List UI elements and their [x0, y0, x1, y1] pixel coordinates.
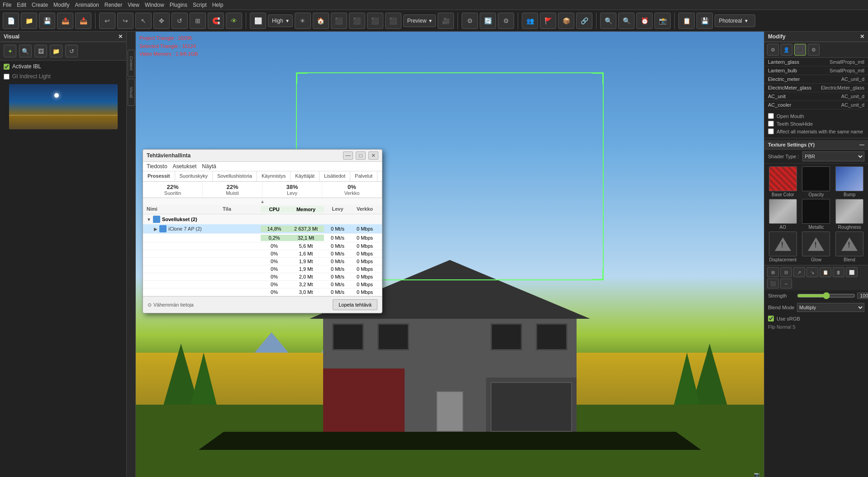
mat-row-1[interactable]: Lantern_bulb SmallProps_mtl	[764, 66, 868, 75]
process-row-iclone-2[interactable]: 0,2% 32,1 Mt 0 Mt/s 0 Mbps	[143, 234, 382, 242]
export-btn[interactable]: 📤	[57, 13, 73, 29]
teeth-checkbox[interactable]	[768, 121, 774, 127]
mat-row-2[interactable]: Electric_meter AC_unit_d	[764, 75, 868, 84]
camera-btn[interactable]: 🎥	[438, 13, 454, 29]
mt-btn-3[interactable]: ⬛	[794, 44, 806, 56]
menu-render[interactable]: Render	[105, 2, 122, 8]
tm-tab-startup[interactable]: Käynnistys	[257, 171, 291, 181]
tex-thumb-metallic[interactable]	[802, 199, 830, 224]
other-row-7[interactable]: 0% 3,0 Mt 0 Mt/s 0 Mbps	[143, 288, 382, 296]
menu-file[interactable]: File	[3, 2, 11, 8]
tex-tool-5[interactable]: 📋	[820, 267, 831, 277]
tex-tool-9[interactable]: ↔	[780, 279, 792, 288]
open-file-btn[interactable]: 📁	[21, 13, 37, 29]
vt-folder-btn[interactable]: 📁	[50, 45, 62, 57]
tm-tab-details[interactable]: Lisätiedot	[320, 171, 350, 181]
tb8[interactable]: 👥	[522, 13, 538, 29]
vt-image-btn[interactable]: 🖼	[34, 45, 47, 57]
col-memory[interactable]: Memory	[288, 206, 324, 213]
other-row-2[interactable]: 0% 1,6 Mt 0 Mt/s 0 Mbps	[143, 250, 382, 258]
shader-type-select[interactable]: PBR	[802, 151, 864, 161]
home-btn[interactable]: 🏠	[313, 13, 329, 29]
tex-tool-4[interactable]: ↘	[806, 267, 818, 277]
tb7[interactable]: ⚙	[498, 13, 514, 29]
srgb-checkbox[interactable]	[768, 316, 774, 321]
mat-row-3[interactable]: ElectricMeter_glass ElectricMeter_glass	[764, 84, 868, 92]
menu-help[interactable]: Help	[212, 2, 224, 8]
col-status[interactable]: Tila	[223, 206, 261, 213]
tb10[interactable]: 📦	[558, 13, 574, 29]
tb6[interactable]: 🔄	[480, 13, 496, 29]
tm-menu-view[interactable]: Näytä	[202, 163, 216, 170]
menu-plugins[interactable]: Plugins	[170, 2, 187, 8]
tb15[interactable]: 📸	[654, 13, 671, 29]
tex-tool-8[interactable]: ⬛	[767, 279, 779, 288]
tm-tab-performance[interactable]: Suorituskyky	[175, 171, 213, 181]
mt-btn-2[interactable]: 👤	[781, 44, 792, 56]
col-cpu[interactable]: CPU	[261, 206, 288, 213]
affect-checkbox[interactable]	[768, 128, 774, 134]
tb14[interactable]: ⏰	[636, 13, 653, 29]
other-row-6[interactable]: 0% 3,2 Mt 0 Mt/s 0 Mbps	[143, 281, 382, 288]
tb9[interactable]: 🚩	[540, 13, 556, 29]
menu-edit[interactable]: Edit	[17, 2, 26, 8]
tex-thumb-displacement[interactable]	[769, 231, 797, 256]
other-row-3[interactable]: 0% 1,9 Mt 0 Mt/s 0 Mbps	[143, 258, 382, 265]
other-row-5[interactable]: 0% 2,0 Mt 0 Mt/s 0 Mbps	[143, 273, 382, 281]
task-manager-close[interactable]: ✕	[368, 151, 378, 160]
menu-animation[interactable]: Animation	[75, 2, 99, 8]
preview-dropdown[interactable]: Preview ▾	[403, 14, 436, 27]
tb5[interactable]: ⚙	[462, 13, 478, 29]
menu-modify[interactable]: Modify	[53, 2, 69, 8]
gi-checkbox[interactable]	[4, 74, 10, 80]
col-disk[interactable]: Levy	[324, 206, 351, 213]
tb1[interactable]: ⬛	[331, 13, 347, 29]
other-row-1[interactable]: 0% 5,6 Mt 0 Mt/s 0 Mbps	[143, 242, 382, 250]
tex-thumb-opacity[interactable]	[802, 166, 830, 191]
tm-menu-file[interactable]: Tiedosto	[147, 163, 167, 170]
modify-panel-close[interactable]: ✕	[860, 33, 864, 40]
ibl-checkbox[interactable]	[4, 64, 10, 70]
task-manager-minimize[interactable]: —	[343, 151, 353, 160]
tex-tool-6[interactable]: 🗑	[833, 267, 844, 277]
tm-menu-settings[interactable]: Asetukset	[173, 163, 197, 170]
tm-tab-services[interactable]: Palvelut	[350, 171, 377, 181]
other-row-4[interactable]: 0% 1,9 Mt 0 Mt/s 0 Mbps	[143, 265, 382, 273]
open-mouth-checkbox[interactable]	[768, 113, 774, 119]
tex-tool-2[interactable]: ⊟	[780, 267, 792, 277]
tex-tool-1[interactable]: ⊞	[767, 267, 779, 277]
content-tab[interactable]: Content	[128, 50, 135, 77]
tb16[interactable]: 📋	[678, 13, 695, 29]
vt-refresh-btn[interactable]: ↺	[65, 45, 78, 57]
import-btn[interactable]: 📥	[75, 13, 91, 29]
new-file-btn[interactable]: 📄	[3, 13, 19, 29]
vt-search-btn[interactable]: 🔍	[19, 45, 32, 57]
menu-create[interactable]: Create	[32, 2, 48, 8]
mt-btn-4[interactable]: ⚙	[808, 44, 820, 56]
menu-window[interactable]: Window	[145, 2, 164, 8]
blend-mode-select[interactable]: Multiply	[797, 303, 864, 312]
frame-btn[interactable]: ⬜	[250, 13, 266, 29]
tb17[interactable]: 💾	[696, 13, 713, 29]
texture-settings-collapse-icon[interactable]: —	[859, 142, 864, 147]
vt-green-btn[interactable]: ✦	[4, 45, 16, 57]
select-btn[interactable]: ↖	[135, 13, 152, 29]
visual-panel-close[interactable]: ✕	[118, 33, 123, 40]
process-row-iclone-main[interactable]: ▶ iClone 7 AP (2) 14,8% 2 637,3 Mt 0 Mt/…	[143, 224, 382, 234]
tex-tool-3[interactable]: ↗	[793, 267, 805, 277]
menu-script[interactable]: Script	[193, 2, 207, 8]
tb4[interactable]: ⬛	[385, 13, 401, 29]
move-btn[interactable]: ✥	[153, 13, 170, 29]
col-name[interactable]: Nimi	[147, 206, 223, 213]
scale-btn[interactable]: ⊞	[190, 13, 206, 29]
end-task-button[interactable]: Lopeta tehtävä	[333, 299, 377, 310]
tb12[interactable]: 🔍	[600, 13, 616, 29]
tex-tool-7[interactable]: ⬜	[846, 267, 858, 277]
strength-value-input[interactable]	[857, 293, 868, 299]
snap-btn[interactable]: 🧲	[208, 13, 224, 29]
tex-thumb-ao[interactable]	[769, 199, 797, 224]
tex-thumb-base-color[interactable]	[769, 166, 797, 191]
tex-thumb-bump[interactable]	[835, 166, 863, 191]
save-file-btn[interactable]: 💾	[39, 13, 55, 29]
less-info-link[interactable]: ⊙ Vähemmän tietoja	[148, 302, 194, 308]
